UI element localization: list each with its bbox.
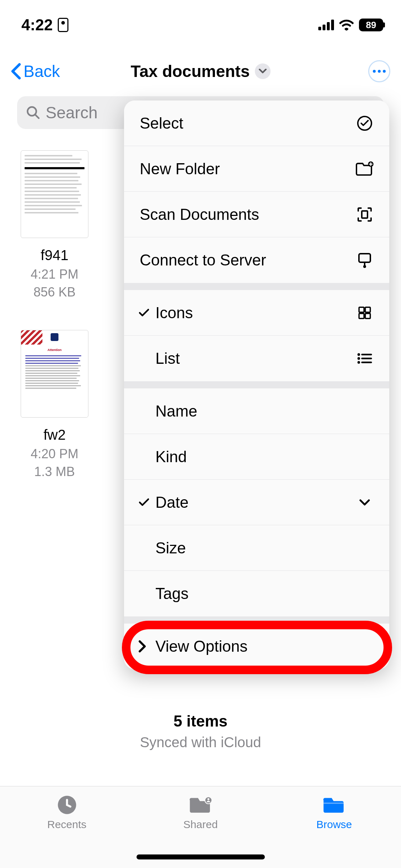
search-icon — [26, 105, 41, 120]
file-time: 4:20 PM — [17, 445, 92, 463]
file-name: fw2 — [17, 427, 92, 443]
menu-item-connect-server[interactable]: Connect to Server — [124, 237, 389, 283]
folder-icon — [322, 795, 346, 815]
tab-label: Shared — [183, 818, 218, 831]
svg-rect-5 — [359, 254, 370, 262]
menu-item-sort-date[interactable]: Date — [124, 480, 389, 525]
menu-label: List — [155, 350, 356, 367]
tab-label: Browse — [316, 818, 352, 831]
menu-item-sort-kind[interactable]: Kind — [124, 434, 389, 480]
navigation-bar: Back Tax documents — [0, 50, 401, 93]
server-icon — [356, 252, 374, 269]
footer-status: 5 items Synced with iCloud — [0, 712, 401, 750]
folder-plus-icon — [356, 161, 374, 176]
tab-label: Recents — [47, 818, 86, 831]
svg-rect-22 — [323, 803, 343, 804]
menu-label: Size — [155, 539, 374, 557]
menu-item-sort-name[interactable]: Name — [124, 388, 389, 434]
svg-rect-8 — [359, 307, 364, 312]
menu-item-sort-tags[interactable]: Tags — [124, 571, 389, 616]
chevron-right-icon — [138, 640, 155, 653]
clock-icon — [57, 795, 77, 815]
svg-rect-4 — [362, 211, 367, 218]
svg-point-16 — [358, 361, 360, 363]
title-dropdown-button[interactable] — [255, 63, 271, 79]
tab-browse[interactable]: Browse — [267, 786, 401, 868]
checkmark-icon — [138, 306, 155, 319]
status-bar: 4:22 89 — [0, 0, 401, 50]
wifi-icon — [339, 19, 354, 31]
menu-item-new-folder[interactable]: New Folder — [124, 146, 389, 192]
page-title: Tax documents — [131, 62, 250, 81]
file-time: 4:21 PM — [17, 265, 92, 283]
file-name: f941 — [17, 247, 92, 263]
more-options-button[interactable] — [368, 60, 390, 82]
menu-label: Name — [155, 402, 374, 420]
item-count: 5 items — [0, 712, 401, 730]
menu-item-list-view[interactable]: List — [124, 336, 389, 381]
svg-rect-11 — [365, 313, 370, 318]
svg-point-21 — [207, 798, 209, 800]
search-placeholder: Search — [46, 103, 98, 122]
back-label: Back — [24, 62, 60, 81]
menu-item-view-options[interactable]: View Options — [124, 624, 389, 669]
menu-label: Connect to Server — [140, 251, 356, 269]
menu-label: Kind — [155, 448, 374, 466]
svg-point-12 — [358, 353, 360, 356]
svg-line-1 — [35, 115, 39, 118]
shared-folder-icon — [189, 795, 213, 815]
tab-recents[interactable]: Recents — [0, 786, 134, 868]
svg-rect-9 — [365, 307, 370, 312]
svg-point-7 — [363, 265, 366, 268]
chevron-down-icon — [259, 69, 267, 74]
sync-status: Synced with iCloud — [0, 734, 401, 750]
menu-label: Tags — [155, 585, 374, 603]
battery-level: 89 — [366, 20, 376, 31]
menu-label: New Folder — [140, 160, 356, 178]
file-thumbnail — [21, 150, 88, 238]
face-id-icon — [58, 18, 68, 32]
menu-item-scan-documents[interactable]: Scan Documents — [124, 192, 389, 237]
context-menu: Select New Folder Scan Documents Connect… — [124, 100, 389, 669]
file-thumbnail: Attention — [21, 330, 88, 418]
svg-rect-10 — [359, 313, 364, 318]
status-time: 4:22 — [21, 16, 53, 34]
menu-item-icons-view[interactable]: Icons — [124, 290, 389, 336]
chevron-down-icon — [356, 499, 374, 506]
battery-icon: 89 — [359, 19, 383, 31]
list-icon — [356, 352, 374, 365]
file-item[interactable]: f941 4:21 PM 856 KB — [17, 150, 92, 301]
checkmark-icon — [138, 496, 155, 509]
file-size: 1.3 MB — [17, 463, 92, 481]
home-indicator[interactable] — [137, 854, 265, 859]
chevron-left-icon — [11, 63, 21, 80]
file-item[interactable]: Attention — [17, 330, 92, 481]
menu-label: Scan Documents — [140, 206, 356, 223]
menu-label: View Options — [155, 637, 374, 655]
scan-document-icon — [356, 206, 374, 223]
grid-icon — [356, 305, 374, 320]
menu-label: Icons — [155, 304, 356, 322]
back-button[interactable]: Back — [11, 62, 60, 81]
cellular-signal-icon — [318, 20, 334, 30]
menu-label: Select — [140, 114, 356, 132]
menu-item-select[interactable]: Select — [124, 100, 389, 146]
menu-item-sort-size[interactable]: Size — [124, 525, 389, 571]
menu-label: Date — [155, 494, 356, 511]
svg-point-14 — [358, 357, 360, 360]
checkmark-circle-icon — [356, 115, 374, 131]
file-size: 856 KB — [17, 283, 92, 301]
